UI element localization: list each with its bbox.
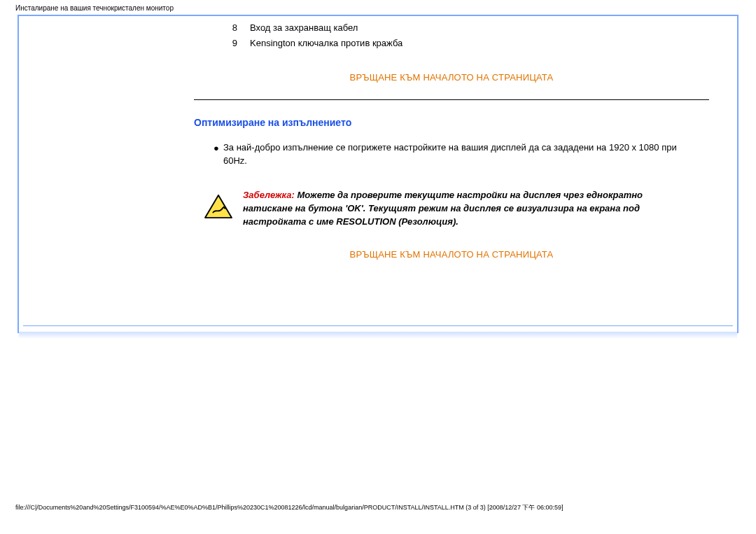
document-frame: 8 Вход за захранващ кабел 9 Kensington к… <box>18 15 738 333</box>
bullet-item: ● За най-добро изпълнение се погрижете н… <box>214 141 709 167</box>
numbered-list: 8 Вход за захранващ кабел 9 Kensington к… <box>194 20 709 51</box>
main-content: 8 Вход за захранващ кабел 9 Kensington к… <box>166 16 737 290</box>
warning-icon <box>204 194 233 219</box>
list-item: 8 Вход за захранващ кабел <box>194 20 709 36</box>
page-title: Инсталиране на вашия течнокристален мони… <box>0 0 756 15</box>
back-to-top: ВРЪЩАНЕ КЪМ НАЧАЛОТО НА СТРАНИЦАТА <box>194 249 709 260</box>
divider <box>194 99 709 100</box>
svg-marker-0 <box>205 195 232 218</box>
item-number: 8 <box>194 20 250 36</box>
note-block: Забележка: Можете да проверите текущите … <box>204 188 709 228</box>
frame-divider <box>23 325 733 326</box>
item-number: 9 <box>194 36 250 51</box>
note-label: Забележка: <box>243 190 295 200</box>
bullet-text: За най-добро изпълнение се погрижете нас… <box>223 141 709 167</box>
section-heading: Оптимизиране на изпълнението <box>194 117 709 128</box>
back-to-top-link[interactable]: ВРЪЩАНЕ КЪМ НАЧАЛОТО НА СТРАНИЦАТА <box>350 249 554 260</box>
item-text: Вход за захранващ кабел <box>250 20 709 36</box>
list-item: 9 Kensington ключалка против кражба <box>194 36 709 51</box>
note-body: Можете да проверите текущите настройки н… <box>243 190 643 227</box>
footer-file-path: file:///C|/Documents%20and%20Settings/F3… <box>0 333 756 512</box>
back-to-top: ВРЪЩАНЕ КЪМ НАЧАЛОТО НА СТРАНИЦАТА <box>194 72 709 83</box>
back-to-top-link[interactable]: ВРЪЩАНЕ КЪМ НАЧАЛОТО НА СТРАНИЦАТА <box>350 72 554 83</box>
bullet-dot-icon: ● <box>214 141 223 167</box>
note-text: Забележка: Можете да проверите текущите … <box>243 188 709 228</box>
item-text: Kensington ключалка против кражба <box>250 36 709 51</box>
bullet-list: ● За най-добро изпълнение се погрижете н… <box>214 141 709 167</box>
